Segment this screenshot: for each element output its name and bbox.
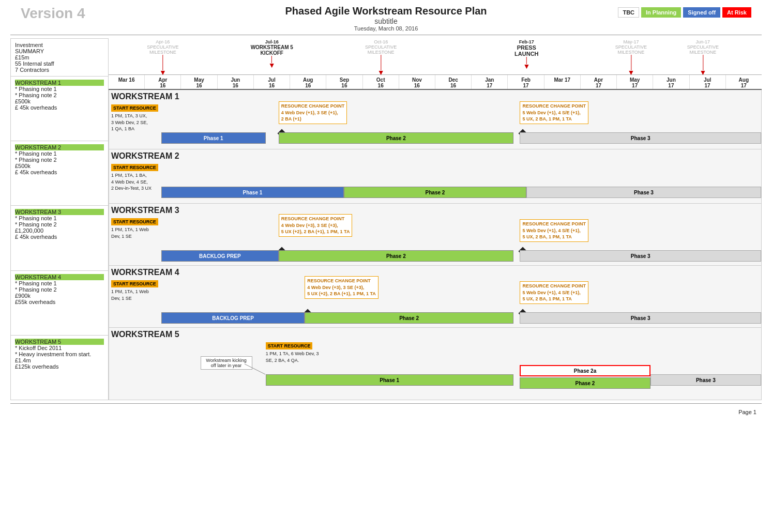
- month-mar17: Mar 17: [544, 75, 581, 89]
- milestone-oct16-sub: MILESTONE: [365, 50, 397, 55]
- month-apr16: Apr16: [145, 75, 181, 89]
- ws3-start-resource: START RESOURCE 1 PM, 1TA, 1 WebDev, 1 SE: [111, 218, 158, 239]
- ws5-phase3: Phase 3: [650, 374, 761, 386]
- ws1-row: WORKSTREAM 1 START RESOURCE 1 PM, 1TA, 3…: [109, 90, 762, 149]
- ws1-rcp1: RESOURCE CHANGE POINT4 Web Dev (+1), 3 S…: [279, 101, 347, 124]
- ws1-label: WORKSTREAM 1: [15, 80, 104, 86]
- milestone-oct16-name: SPECULATIVE: [365, 44, 397, 50]
- ws1-cost2: £ 45k overheads: [15, 104, 104, 111]
- ws3-rcp1-label: RESOURCE CHANGE POINT4 Web Dev (+3), 3 S…: [279, 214, 353, 237]
- ws1-phase1: Phase 1: [161, 132, 266, 144]
- ws3-note1: * Phasing note 1: [15, 215, 104, 221]
- ws5-left: WORKSTREAM 5 * Kickoff Dec 2011 * Heavy …: [11, 336, 108, 400]
- milestone-apr16-sub: MILESTONE: [147, 50, 178, 55]
- investment-line1: £15m: [15, 54, 104, 60]
- ws1-phase2: Phase 2: [279, 132, 513, 144]
- month-jul17: Jul17: [690, 75, 726, 89]
- milestone-oct16-month: Oct-16: [365, 39, 397, 44]
- ws2-left: WORKSTREAM 2 * Phasing note 1 * Phasing …: [11, 141, 108, 206]
- ws5-phase2a: Phase 2a: [520, 365, 650, 376]
- ws3-rcp2: RESOURCE CHANGE POINT5 Web Dev (+1), 4 S…: [520, 219, 588, 242]
- ws3-start-resource-label: START RESOURCE: [111, 218, 158, 225]
- month-jul16: Jul16: [254, 75, 290, 89]
- ws2-phase1: Phase 1: [161, 187, 344, 198]
- ws4-start-resource-label: START RESOURCE: [111, 280, 158, 287]
- milestone-jul16: Jul-16 WORKSTREAM 5 KICKOFF ▼: [251, 39, 293, 69]
- summary-badge: SUMMARY: [15, 48, 104, 54]
- legend-at-risk: At Risk: [722, 7, 751, 18]
- legend: TBC In Planning Signed off At Risk: [618, 7, 751, 18]
- ws2-start-resource-label: START RESOURCE: [111, 164, 158, 171]
- ws5-phase2: Phase 2: [520, 377, 650, 389]
- ws1-note1: * Phasing note 1: [15, 86, 104, 92]
- milestone-jul16-month: Jul-16: [251, 39, 293, 44]
- milestone-may17-sub: MILESTONE: [615, 50, 647, 55]
- main-layout: Investment SUMMARY £15m 55 Internal staf…: [10, 38, 762, 400]
- legend-in-planning: In Planning: [641, 7, 681, 18]
- ws5-start-resource: START RESOURCE 1 PM, 1 TA, 6 Web Dev, 3S…: [266, 342, 319, 363]
- ws5-title: WORKSTREAM 5: [111, 330, 179, 339]
- ws4-phase2: Phase 2: [305, 312, 513, 324]
- ws1-start-resource-detail: 1 PM, 1TA, 3 UX,3 Web Dev, 2 SE,1 QA, 1 …: [111, 113, 158, 132]
- milestone-may17-month: May-17: [615, 39, 647, 44]
- version-label: Version 4: [21, 5, 85, 22]
- month-aug16: Aug16: [290, 75, 326, 89]
- milestone-oct16: Oct-16 SPECULATIVE MILESTONE ▼: [365, 39, 397, 77]
- months-bar: Mar 16 Apr16 May16 Jun16 Jul16 Aug16 Sep…: [109, 74, 762, 89]
- milestone-feb17: Feb-17 PRESS LAUNCH ▼: [514, 39, 538, 70]
- ws4-start-resource-detail: 1 PM, 1TA, 1 WebDev, 1 SE: [111, 288, 158, 301]
- ws3-note2: * Phasing note 2: [15, 221, 104, 227]
- ws3-start-resource-detail: 1 PM, 1TA, 1 WebDev, 1 SE: [111, 226, 158, 239]
- ws3-cost2: £ 45k overheads: [15, 234, 104, 240]
- ws4-rcp1: RESOURCE CHANGE POINT4 Web Dev (+3), 3 S…: [305, 276, 379, 299]
- milestone-jun17: Jun-17 SPECULATIVE MILESTONE ▼: [687, 39, 719, 77]
- ws5-phase1: Phase 1: [266, 374, 513, 386]
- date: Tuesday, March 08, 2016: [10, 25, 762, 32]
- svg-line-0: [245, 364, 265, 374]
- ws4-rcp2: RESOURCE CHANGE POINT5 Web Dev (+1), 4 S…: [520, 281, 588, 304]
- ws3-left: WORKSTREAM 3 * Phasing note 1 * Phasing …: [11, 206, 108, 270]
- milestone-jul16-name: WORKSTREAM 5: [251, 44, 293, 50]
- milestone-apr16-name: SPECULATIVE: [147, 44, 178, 50]
- milestone-apr16: Apr-16 SPECULATIVE MILESTONE ▼: [147, 39, 178, 77]
- milestone-may17-arrow: ▼: [615, 68, 647, 77]
- month-mar16: Mar 16: [109, 75, 145, 89]
- ws5-start-resource-detail: 1 PM, 1 TA, 6 Web Dev, 3SE, 2 BA, 4 QA.: [266, 351, 319, 363]
- ws5-note2: * Heavy investment from start.: [15, 351, 104, 357]
- subtitle: subtitle: [10, 17, 762, 25]
- month-may16: May16: [181, 75, 217, 89]
- ws4-rcp1-label: RESOURCE CHANGE POINT4 Web Dev (+3), 3 S…: [305, 276, 379, 299]
- ws5-cost2: £125k overheads: [15, 363, 104, 370]
- ws5-arrow: [239, 361, 270, 377]
- investment-section: Investment SUMMARY £15m 55 Internal staf…: [11, 39, 108, 77]
- ws3-phase2: Phase 2: [279, 250, 513, 262]
- ws2-label: WORKSTREAM 2: [15, 144, 104, 150]
- month-jan17: Jan17: [472, 75, 508, 89]
- milestone-oct16-arrow: ▼: [365, 68, 397, 77]
- ws2-phase3: Phase 3: [526, 187, 761, 198]
- month-dec16: Dec16: [435, 75, 472, 89]
- ws4-note2: * Phasing note 2: [15, 286, 104, 293]
- milestone-jul16-kickoff: KICKOFF: [251, 50, 293, 56]
- ws1-start-resource-label: START RESOURCE: [111, 104, 158, 112]
- ws3-title: WORKSTREAM 3: [111, 206, 179, 215]
- milestone-may17-name: SPECULATIVE: [615, 44, 647, 50]
- milestone-feb17-name: PRESS: [514, 44, 538, 51]
- investment-title: Investment: [15, 42, 104, 48]
- left-panel: Investment SUMMARY £15m 55 Internal staf…: [10, 38, 109, 400]
- month-jun16: Jun16: [218, 75, 254, 89]
- ws3-rcp1: RESOURCE CHANGE POINT4 Web Dev (+3), 3 S…: [279, 214, 353, 237]
- ws3-label: WORKSTREAM 3: [15, 209, 104, 215]
- page: Version 4 Phased Agile Workstream Resour…: [0, 0, 772, 420]
- timeline-header: Mar 16 Apr16 May16 Jun16 Jul16 Aug16 Sep…: [109, 38, 762, 90]
- ws2-row: WORKSTREAM 2 START RESOURCE 1 PM, 1TA, 1…: [109, 149, 762, 204]
- milestone-feb17-month: Feb-17: [514, 39, 538, 44]
- milestone-jun17-arrow: ▼: [687, 68, 719, 77]
- ws3-backlog: BACKLOG PREP: [161, 250, 279, 262]
- month-may17: May17: [617, 75, 653, 89]
- month-aug17: Aug17: [726, 75, 762, 89]
- ws1-rcp2-label: RESOURCE CHANGE POINT5 Web Dev (+1), 4 S…: [520, 101, 588, 124]
- ws5-row: WORKSTREAM 5 Workstream kickingoff later…: [109, 328, 762, 400]
- milestone-jun17-sub: MILESTONE: [687, 50, 719, 55]
- ws3-row: WORKSTREAM 3 START RESOURCE 1 PM, 1TA, 1…: [109, 204, 762, 266]
